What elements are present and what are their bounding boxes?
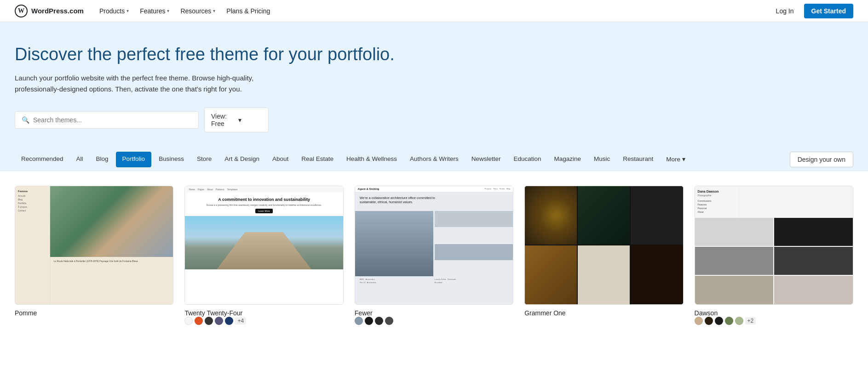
swatch[interactable]	[215, 317, 223, 325]
brand-name: WordPress.com	[31, 7, 84, 15]
nav-resources[interactable]: Resources ▾	[176, 5, 220, 17]
theme-name: Pomme	[15, 309, 173, 317]
swatch[interactable]	[195, 317, 203, 325]
swatch[interactable]	[735, 317, 743, 325]
cat-tab-music[interactable]: Music	[587, 149, 616, 170]
cat-tab-real-estate[interactable]: Real Estate	[295, 149, 340, 170]
theme-name: Grammer One	[524, 309, 683, 317]
theme-card-grammer[interactable]: Grammer One	[524, 186, 683, 325]
nav-features[interactable]: Features ▾	[135, 5, 174, 17]
view-dropdown[interactable]: View: Free ▾	[204, 108, 269, 132]
themes-section: Femme Accueil Blog Portfolio À propos Co…	[0, 171, 868, 340]
theme-preview-tt24: Home Pages About Patterns Templates A co…	[184, 186, 343, 305]
cat-tab-authors-writers[interactable]: Authors & Writers	[403, 149, 465, 170]
theme-name: Fewer	[355, 309, 513, 317]
swatch[interactable]	[375, 317, 383, 325]
search-icon: 🔍	[22, 116, 29, 124]
theme-footer: Twenty Twenty-Four	[184, 309, 343, 317]
swatch-count: +2	[745, 317, 756, 325]
theme-card-fewer[interactable]: Agent & Stoking Projects Team Studio Blo…	[355, 186, 513, 325]
hero-description: Launch your portfolio website with the p…	[15, 73, 254, 95]
swatch[interactable]	[385, 317, 393, 325]
swatch[interactable]	[184, 317, 193, 325]
theme-card-dawson[interactable]: Dana Dawson Photographer Commissions Fea…	[695, 186, 853, 325]
theme-card-tt24[interactable]: Home Pages About Patterns Templates A co…	[184, 186, 343, 325]
nav-plans[interactable]: Plans & Pricing	[222, 5, 275, 17]
swatch[interactable]	[715, 317, 723, 325]
themes-grid: Femme Accueil Blog Portfolio À propos Co…	[15, 186, 853, 325]
color-swatches	[355, 317, 513, 325]
site-logo[interactable]: W WordPress.com	[15, 5, 84, 17]
navbar: W WordPress.com Products ▾ Features ▾ Re…	[0, 0, 868, 22]
cat-tab-art-design[interactable]: Art & Design	[218, 149, 266, 170]
chevron-down-icon: ▾	[167, 8, 169, 13]
wp-logo-icon: W	[15, 5, 28, 17]
cat-tab-business[interactable]: Business	[152, 149, 190, 170]
swatch[interactable]	[695, 317, 703, 325]
search-box: 🔍	[15, 111, 199, 129]
cat-tab-store[interactable]: Store	[190, 149, 218, 170]
cat-tab-newsletter[interactable]: Newsletter	[465, 149, 507, 170]
theme-preview-fewer: Agent & Stoking Projects Team Studio Blo…	[355, 186, 513, 305]
swatch[interactable]	[355, 317, 363, 325]
swatch[interactable]	[705, 317, 713, 325]
cat-tab-blog[interactable]: Blog	[90, 149, 115, 170]
cat-tab-health-wellness[interactable]: Health & Wellness	[340, 149, 403, 170]
cat-tab-about[interactable]: About	[266, 149, 295, 170]
cat-tab-more[interactable]: More ▾	[660, 149, 692, 171]
search-input[interactable]	[33, 116, 192, 124]
get-started-button[interactable]: Get Started	[804, 4, 853, 18]
color-swatches: +2	[695, 317, 853, 325]
cat-tab-restaurant[interactable]: Restaurant	[616, 149, 660, 170]
theme-name: Dawson	[695, 309, 853, 317]
theme-preview-pomme: Femme Accueil Blog Portfolio À propos Co…	[15, 186, 173, 305]
cat-tab-magazine[interactable]: Magazine	[547, 149, 587, 170]
swatch[interactable]	[205, 317, 213, 325]
category-bar: Recommended All Blog Portfolio Business …	[0, 149, 868, 171]
hero-title: Discover the perfect free theme for your…	[15, 44, 853, 65]
chevron-down-icon: ▾	[238, 116, 262, 124]
swatch[interactable]	[725, 317, 733, 325]
theme-preview-dawson: Dana Dawson Photographer Commissions Fea…	[695, 186, 853, 305]
swatch-count: +4	[235, 317, 246, 325]
nav-products[interactable]: Products ▾	[95, 5, 133, 17]
chevron-down-icon: ▾	[126, 8, 129, 13]
chevron-down-icon: ▾	[213, 8, 215, 13]
cat-tab-education[interactable]: Education	[507, 149, 547, 170]
design-your-own-button[interactable]: Design your own	[790, 152, 853, 167]
cat-tab-recommended[interactable]: Recommended	[15, 149, 70, 170]
hero-section: Discover the perfect free theme for your…	[0, 22, 868, 149]
cat-tab-all[interactable]: All	[70, 149, 90, 170]
nav-links: Products ▾ Features ▾ Resources ▾ Plans …	[95, 5, 771, 17]
theme-preview-grammer	[524, 186, 683, 305]
login-button[interactable]: Log In	[771, 5, 799, 17]
category-tabs: Recommended All Blog Portfolio Business …	[15, 149, 692, 171]
theme-card-pomme[interactable]: Femme Accueil Blog Portfolio À propos Co…	[15, 186, 173, 325]
color-swatches: +4	[184, 317, 343, 325]
theme-name: Twenty Twenty-Four	[184, 309, 242, 317]
swatch[interactable]	[365, 317, 373, 325]
nav-actions: Log In Get Started	[771, 4, 853, 18]
cat-tab-portfolio[interactable]: Portfolio	[116, 152, 152, 167]
hero-controls: 🔍 View: Free ▾	[15, 108, 853, 132]
swatch[interactable]	[225, 317, 233, 325]
